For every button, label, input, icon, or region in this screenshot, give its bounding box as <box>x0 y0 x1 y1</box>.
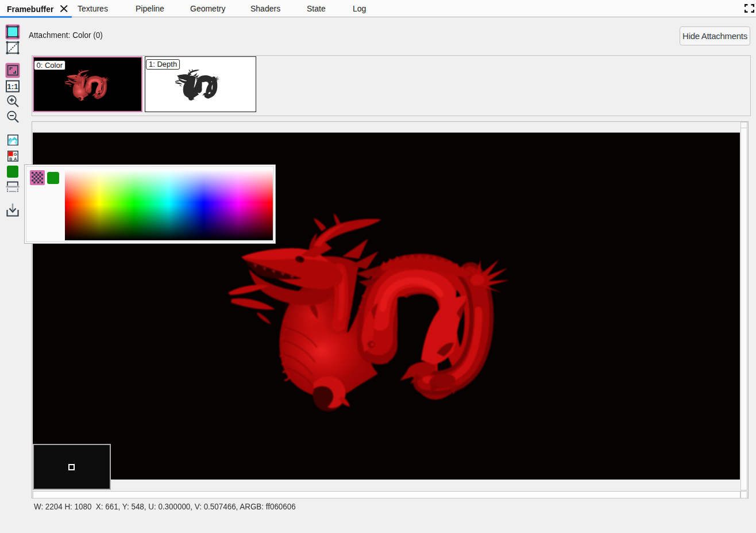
svg-text:1:1: 1:1 <box>7 82 18 91</box>
svg-text:A: A <box>13 156 17 162</box>
svg-text:B: B <box>9 156 12 162</box>
